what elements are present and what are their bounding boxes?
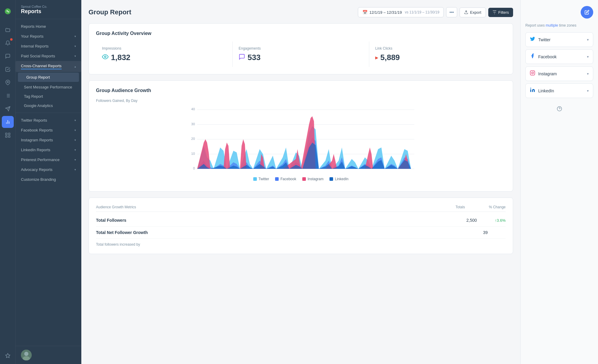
- network-item-twitter[interactable]: Twitter ▾: [525, 32, 593, 47]
- sidebar-subitem-tag-report[interactable]: Tag Report: [16, 92, 81, 101]
- linkedin-color-dot: [329, 177, 333, 181]
- audience-chart: 40 30 20 10 0: [96, 106, 506, 172]
- table-header: Audience Growth Metrics Totals % Change: [96, 205, 506, 212]
- list-icon[interactable]: [2, 90, 14, 102]
- filters-icon: [492, 10, 497, 14]
- legend-instagram: Instagram: [302, 177, 324, 181]
- legend-twitter: Twitter: [253, 177, 269, 181]
- svg-text:3: 3: [211, 171, 213, 172]
- network-item-instagram-left: Instagram: [530, 70, 557, 77]
- linkedin-icon: [530, 87, 535, 94]
- pin-icon[interactable]: [2, 77, 14, 88]
- reports-icon[interactable]: [2, 116, 14, 128]
- metrics-row: Impressions 1,832 Engagements: [96, 42, 506, 67]
- svg-text:4: 4: [218, 171, 219, 172]
- sidebar-item-advocacy[interactable]: Advocacy Reports ▾: [16, 165, 81, 175]
- svg-rect-14: [8, 133, 10, 134]
- sidebar-item-cross-channel[interactable]: Cross-Channel Reports ▴: [16, 61, 81, 72]
- export-icon: [464, 10, 468, 14]
- cursor-icon: ▸: [375, 54, 378, 61]
- chevron-down-icon: ▾: [74, 54, 76, 58]
- eye-icon: [102, 53, 109, 62]
- sidebar-subitem-google-analytics[interactable]: Google Analytics: [16, 101, 81, 110]
- help-icon[interactable]: [553, 103, 565, 115]
- sidebar-item-facebook-reports[interactable]: Facebook Reports ▾: [16, 125, 81, 135]
- sidebar-item-pinterest[interactable]: Pinterest Performance ▾: [16, 155, 81, 165]
- svg-text:12: 12: [270, 171, 274, 172]
- svg-text:10: 10: [257, 171, 261, 172]
- network-item-linkedin-left: LinkedIn: [530, 87, 554, 94]
- svg-text:6: 6: [231, 171, 233, 172]
- chat-icon: [239, 53, 245, 62]
- svg-text:23: 23: [343, 171, 346, 172]
- export-button[interactable]: Export: [460, 7, 486, 17]
- svg-text:10: 10: [191, 152, 195, 155]
- apps-icon[interactable]: [2, 129, 14, 141]
- edit-button[interactable]: [581, 6, 593, 19]
- svg-text:19: 19: [316, 171, 320, 172]
- network-item-instagram[interactable]: Instagram ▾: [525, 66, 593, 81]
- calendar-icon: 📅: [362, 10, 367, 15]
- sidebar-item-customize-branding[interactable]: Customize Branding: [16, 175, 81, 184]
- sidebar-subitem-sent-message[interactable]: Sent Message Performance: [16, 82, 81, 92]
- sidebar-subitem-group-report[interactable]: Group Report: [18, 73, 79, 82]
- sidebar-item-internal-reports[interactable]: Internal Reports ▾: [16, 41, 81, 51]
- chevron-down-icon: ▾: [74, 129, 76, 132]
- company-name: Sprout Coffee Co.: [21, 5, 76, 8]
- chevron-down-icon: ▾: [587, 55, 589, 59]
- svg-text:27: 27: [369, 171, 372, 172]
- date-range-button[interactable]: 📅 12/1/19 – 12/31/19 vs 11/1/19 – 11/30/…: [358, 7, 444, 17]
- network-item-linkedin[interactable]: LinkedIn ▾: [525, 83, 593, 98]
- timezone-note: Report uses multiple time zones: [525, 23, 593, 27]
- folder-icon[interactable]: [2, 24, 14, 36]
- sidebar: Sprout Coffee Co. Reports Reports Home Y…: [16, 0, 81, 364]
- instagram-icon: [530, 70, 535, 77]
- engagements-metric: Engagements 533: [233, 42, 369, 67]
- network-item-facebook-left: Facebook: [530, 53, 556, 60]
- sidebar-item-twitter-reports[interactable]: Twitter Reports ▾: [16, 115, 81, 125]
- svg-rect-15: [8, 136, 10, 137]
- sidebar-item-your-reports[interactable]: Your Reports ▾: [16, 31, 81, 41]
- main-content: Group Report 📅 12/1/19 – 12/31/19 vs 11/…: [81, 0, 520, 364]
- svg-text:7: 7: [238, 171, 240, 172]
- chevron-down-icon: ▾: [74, 138, 76, 142]
- network-item-facebook[interactable]: Facebook ▾: [525, 49, 593, 64]
- more-options-button[interactable]: •••: [446, 7, 457, 17]
- impressions-metric: Impressions 1,832: [96, 42, 233, 67]
- notification-icon[interactable]: [2, 37, 14, 49]
- svg-text:18: 18: [310, 171, 313, 172]
- svg-text:15: 15: [290, 171, 294, 172]
- chart-label: Followers Gained, By Day: [96, 99, 506, 103]
- sidebar-item-reports-home[interactable]: Reports Home: [16, 22, 81, 31]
- sidebar-nav: Reports Home Your Reports ▾ Internal Rep…: [16, 19, 81, 346]
- avatar[interactable]: [21, 350, 32, 360]
- multiple-timezones-link[interactable]: multiple: [546, 23, 558, 27]
- svg-text:11: 11: [264, 171, 267, 172]
- svg-text:25: 25: [356, 171, 359, 172]
- right-panel: Report uses multiple time zones Twitter …: [520, 0, 598, 364]
- send-icon[interactable]: [2, 103, 14, 115]
- svg-text:20: 20: [191, 137, 195, 140]
- compose-icon[interactable]: [2, 50, 14, 62]
- sidebar-item-paid-social[interactable]: Paid Social Reports ▾: [16, 51, 81, 61]
- chevron-down-icon: ▾: [587, 72, 589, 76]
- tasks-icon[interactable]: [2, 63, 14, 75]
- chevron-down-icon: ▾: [74, 45, 76, 48]
- filters-button[interactable]: Filters: [488, 8, 513, 17]
- svg-text:24: 24: [349, 171, 353, 172]
- link-clicks-label: Link Clicks: [375, 46, 500, 51]
- svg-text:0: 0: [193, 166, 195, 170]
- chevron-down-icon: ▾: [74, 158, 76, 161]
- svg-marker-17: [5, 354, 10, 358]
- sidebar-item-linkedin-reports[interactable]: LinkedIn Reports ▾: [16, 145, 81, 155]
- table-row: Total Followers 2,500 ↑3.6%: [96, 214, 506, 227]
- svg-text:26: 26: [362, 171, 366, 172]
- sidebar-bottom: [16, 346, 81, 364]
- network-item-twitter-left: Twitter: [530, 36, 550, 43]
- sidebar-item-instagram-reports[interactable]: Instagram Reports ▾: [16, 135, 81, 145]
- legend-linkedin: LinkedIn: [329, 177, 348, 181]
- instagram-color-dot: [302, 177, 306, 181]
- star-icon[interactable]: [2, 350, 14, 362]
- svg-text:16: 16: [297, 171, 300, 172]
- chevron-down-icon: ▾: [74, 119, 76, 122]
